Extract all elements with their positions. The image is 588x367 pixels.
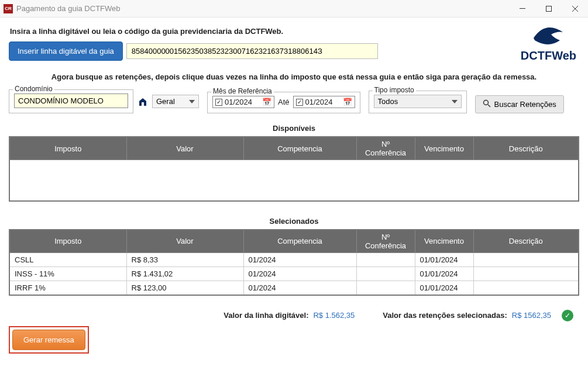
- svg-point-3: [483, 101, 488, 105]
- cell-competencia: 01/2024: [243, 266, 356, 281]
- col-venc: Vencimento: [415, 230, 473, 253]
- disponiveis-table[interactable]: Imposto Valor Competencia Nº Conferência…: [9, 136, 579, 202]
- search-icon: [483, 99, 491, 109]
- svg-line-4: [488, 105, 490, 107]
- insert-line-button[interactable]: Inserir linha digitável da guia: [9, 41, 123, 61]
- calendar-icon[interactable]: 📅: [343, 98, 352, 106]
- gerar-remessa-button[interactable]: Gerar remessa: [12, 330, 85, 350]
- col-competencia: Competencia: [243, 137, 356, 160]
- minimize-button[interactable]: [509, 0, 535, 18]
- logo: DCTFWeb: [521, 20, 576, 63]
- tipo-imposto-select[interactable]: Todos: [374, 95, 462, 108]
- col-valor: Valor: [126, 230, 243, 253]
- condominio-label: Condomínio: [13, 85, 54, 93]
- date-from-input[interactable]: ✓ 01/2024 📅: [212, 96, 274, 108]
- condominio-fieldset: Condomínio: [9, 89, 133, 113]
- maximize-button[interactable]: [535, 0, 562, 18]
- col-desc: Descrição: [473, 137, 579, 160]
- cell-desc: [473, 281, 579, 295]
- date-separator: Até: [278, 98, 290, 106]
- table-row[interactable]: IRRF 1%R$ 123,0001/202401/01/2024: [9, 281, 579, 295]
- col-imposto: Imposto: [9, 137, 126, 160]
- mes-referencia-label: Mês de Referência: [211, 87, 274, 95]
- col-imposto: Imposto: [9, 230, 126, 253]
- window-titlebar: CR Pagamento da guia DCTFWeb: [0, 0, 588, 18]
- close-button[interactable]: [562, 0, 588, 18]
- cell-imposto: CSLL: [9, 252, 126, 266]
- cell-competencia: 01/2024: [243, 252, 356, 266]
- cell-nconf: [356, 281, 415, 295]
- cell-imposto: INSS - 11%: [9, 266, 126, 281]
- cell-nconf: [356, 252, 415, 266]
- date-from-value: 01/2024: [225, 98, 260, 106]
- cell-desc: [473, 266, 579, 281]
- svg-rect-2: [142, 102, 144, 106]
- cell-imposto: IRRF 1%: [9, 281, 126, 295]
- svg-rect-0: [520, 8, 525, 9]
- cell-valor: R$ 123,00: [126, 281, 243, 295]
- condominio-input[interactable]: [14, 94, 128, 108]
- col-desc: Descrição: [473, 230, 579, 253]
- table-row[interactable]: INSS - 11%R$ 1.431,0201/202401/01/2024: [9, 266, 579, 281]
- app-icon: CR: [4, 4, 13, 13]
- cell-valor: R$ 1.431,02: [126, 266, 243, 281]
- check-icon: ✓: [562, 310, 573, 321]
- mes-referencia-fieldset: Mês de Referência ✓ 01/2024 📅 Até ✓ 01/2…: [207, 92, 360, 113]
- cell-venc: 01/01/2024: [415, 252, 473, 266]
- retencoes-value: R$ 1562,35: [512, 311, 551, 320]
- retencoes-label: Valor das retenções selecionadas:: [383, 311, 507, 320]
- table-row[interactable]: CSLLR$ 8,3301/202401/01/2024: [9, 252, 579, 266]
- col-nconf: Nº Conferência: [356, 230, 415, 253]
- col-competencia: Competencia: [243, 230, 356, 253]
- cell-venc: 01/01/2024: [415, 281, 473, 295]
- insert-instruction: Insira a linha digitável ou leia o códig…: [10, 27, 579, 36]
- linha-digitavel-value: R$ 1.562,35: [313, 311, 355, 320]
- date-from-checkbox[interactable]: ✓: [215, 99, 222, 106]
- buscar-retencoes-label: Buscar Retenções: [494, 100, 556, 109]
- date-to-value: 01/2024: [305, 98, 341, 106]
- digitable-line-input[interactable]: [126, 43, 378, 59]
- col-nconf: Nº Conferência: [356, 137, 415, 160]
- col-venc: Vencimento: [415, 137, 473, 160]
- svg-rect-1: [546, 6, 551, 11]
- calendar-icon[interactable]: 📅: [262, 98, 271, 106]
- cell-competencia: 01/2024: [243, 281, 356, 295]
- tipo-imposto-label: Tipo imposto: [373, 86, 416, 94]
- cell-venc: 01/01/2024: [415, 266, 473, 281]
- window-title: Pagamento da guia DCTFWeb: [16, 4, 509, 13]
- cell-valor: R$ 8,33: [126, 252, 243, 266]
- date-to-checkbox[interactable]: ✓: [296, 99, 303, 106]
- disponiveis-title: Disponíveis: [9, 124, 579, 133]
- selecionados-table[interactable]: Imposto Valor Competencia Nº Conferência…: [9, 229, 579, 296]
- buscar-retencoes-button[interactable]: Buscar Retenções: [475, 95, 564, 113]
- cell-nconf: [356, 266, 415, 281]
- condominio-scope-select[interactable]: Geral: [152, 95, 199, 108]
- condominio-picker-icon[interactable]: [137, 96, 149, 108]
- cell-desc: [473, 252, 579, 266]
- tipo-imposto-fieldset: Tipo imposto Todos: [369, 91, 467, 113]
- date-to-input[interactable]: ✓ 01/2024 📅: [293, 96, 355, 108]
- col-valor: Valor: [126, 137, 243, 160]
- linha-digitavel-label: Valor da linha digitável:: [223, 311, 308, 320]
- logo-text: DCTFWeb: [521, 49, 576, 63]
- search-instruction: Agora busque as retenções, depois clique…: [9, 72, 579, 81]
- gerar-remessa-highlight: Gerar remessa: [9, 326, 89, 354]
- selecionados-title: Selecionados: [9, 217, 579, 226]
